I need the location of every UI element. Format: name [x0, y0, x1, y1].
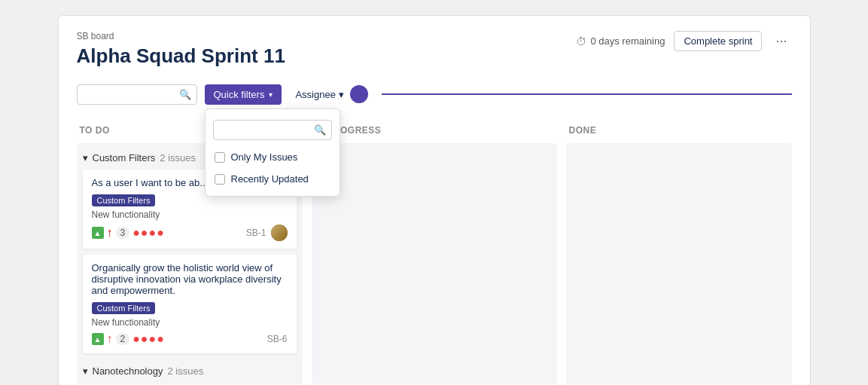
complete-sprint-button[interactable]: Complete sprint [674, 31, 762, 51]
in-progress-column-content [312, 143, 557, 384]
priority-icon-sb6: ↑ [107, 332, 113, 346]
issue-id-sb1: SB-1 [246, 228, 266, 238]
issue-label-sb1: New functionality [92, 209, 288, 220]
group-name: Custom Filters [93, 152, 156, 163]
header-right: ⏱ 0 days remaining Complete sprint ··· [576, 31, 791, 51]
issue-tag-sb1: Custom Filters [92, 194, 156, 206]
in-progress-column: IN PROGRESS [312, 119, 557, 384]
done-column: DONE [566, 119, 792, 384]
days-remaining: ⏱ 0 days remaining [576, 35, 665, 47]
recently-updated-label: Recently Updated [231, 173, 309, 185]
assignee-avatar [350, 85, 368, 103]
more-options-button[interactable]: ··· [771, 32, 791, 50]
dropdown-search-wrapper: 🔍 [206, 115, 340, 146]
issue-title-sb6: Organically grow the holistic world view… [92, 262, 288, 296]
issue-footer-sb6: ▲ ↑ 2 ●●●● SB-6 [92, 332, 288, 346]
search-wrapper: 🔍 [77, 84, 197, 105]
issue-id-sb6: SB-6 [267, 334, 288, 344]
dropdown-item-only-my-issues[interactable]: Only My Issues [206, 146, 340, 168]
issue-icons-sb1: ▲ ↑ 3 ●●●● [92, 226, 165, 240]
quick-filters-dropdown: 🔍 Only My Issues Recently Updated [205, 108, 340, 197]
dots-menu-sb1[interactable]: ●●●● [132, 226, 165, 240]
assignee-button[interactable]: Assignee ▾ [289, 81, 373, 107]
only-my-issues-label: Only My Issues [231, 151, 298, 163]
toolbar: 🔍 Quick filters ▾ Assignee ▾ 🔍 Only My I… [77, 81, 792, 107]
issue-footer-sb1: ▲ ↑ 3 ●●●● SB-1 [92, 225, 288, 241]
search-icon: 🔍 [179, 89, 191, 100]
nanotechnology-collapse-icon: ▾ [83, 365, 88, 377]
nanotechnology-group-header[interactable]: ▾ Nanotechnology 2 issues [83, 359, 297, 377]
toolbar-line [382, 93, 792, 95]
story-points-sb6: 2 [116, 333, 130, 345]
avatar-sb1 [271, 225, 288, 241]
main-container: SB board Alpha Squad Sprint 11 ⏱ 0 days … [58, 15, 811, 385]
done-column-header: DONE [566, 119, 792, 143]
story-points-sb1: 3 [116, 227, 130, 239]
quick-filters-button[interactable]: Quick filters ▾ [205, 84, 282, 105]
priority-icon-sb1: ↑ [107, 226, 113, 240]
issue-label-sb6: New functionality [92, 317, 288, 328]
group-collapse-icon: ▾ [83, 152, 88, 163]
done-column-content [566, 143, 792, 384]
issue-tag-sb6: Custom Filters [92, 302, 156, 314]
recently-updated-checkbox[interactable] [215, 174, 225, 185]
dropdown-search-icon: 🔍 [314, 124, 326, 136]
nanotechnology-label: Nanotechnology [93, 365, 163, 377]
issue-icons-sb6: ▲ ↑ 2 ●●●● [92, 332, 165, 346]
dropdown-item-recently-updated[interactable]: Recently Updated [206, 168, 340, 190]
nanotechnology-count: 2 issues [167, 365, 203, 377]
group-count: 2 issues [160, 152, 196, 163]
issue-card-sb6[interactable]: Organically grow the holistic world view… [83, 255, 297, 353]
assignee-caret-icon: ▾ [339, 89, 344, 100]
clock-icon: ⏱ [576, 35, 586, 47]
story-icon-sb1: ▲ [92, 227, 104, 239]
board: TO DO ▾ Custom Filters 2 issues As a use… [77, 119, 792, 384]
in-progress-column-header: IN PROGRESS [312, 119, 557, 143]
story-icon-sb6: ▲ [92, 333, 104, 345]
caret-icon: ▾ [269, 90, 273, 99]
only-my-issues-checkbox[interactable] [215, 152, 225, 163]
dots-menu-sb6[interactable]: ●●●● [132, 332, 165, 346]
